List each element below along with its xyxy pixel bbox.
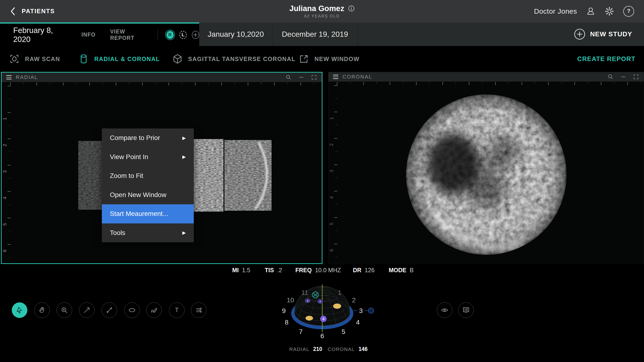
mode-label: RADIAL & CORONAL [94, 56, 160, 62]
menu-item-zoom-to-fit[interactable]: Zoom to Fit [102, 166, 194, 186]
mode-radial-coronal[interactable]: RADIAL & CORONAL [78, 46, 160, 72]
mode-sagittal-transverse-coronal[interactable]: SAGITTAL TANSVERSE CORONAL [172, 46, 296, 72]
ruler-number: 2 [2, 143, 7, 148]
vertical-ruler [7, 86, 10, 262]
annotations-button[interactable] [458, 302, 474, 318]
mode-new-window[interactable]: NEW WINDOW [298, 46, 360, 72]
study-tabs-row: February 8, 2020 INFO VIEW REPORT R L Ja… [0, 22, 644, 46]
ruler-number: 5 [329, 222, 334, 226]
mode-label: RAW SCAN [25, 56, 60, 62]
coronal-ultrasound-image [405, 93, 568, 256]
menu-item-open-new-window[interactable]: Open New Window [102, 186, 194, 204]
ruler-number: 6 [2, 248, 7, 253]
mode-raw-scan[interactable]: RAW SCAN [9, 46, 60, 72]
submenu-arrow-icon: ▶ [182, 230, 186, 236]
ruler-number: 5 [2, 222, 7, 227]
clock-number: 11 [301, 289, 308, 296]
pan-tool-button[interactable] [34, 302, 50, 318]
status-value: 1.5 [242, 267, 250, 274]
menu-item-tools[interactable]: Tools ▶ [102, 224, 194, 242]
zoom-out-icon[interactable] [298, 74, 304, 80]
study-tab[interactable]: December 19, 2019 [272, 22, 357, 46]
study-tab[interactable]: January 10,2020 [199, 22, 272, 46]
ruler-number: 6 [329, 248, 334, 253]
zoom-in-icon[interactable] [608, 74, 614, 80]
cylinder-icon [78, 54, 89, 64]
adjustments-tool-button[interactable] [191, 302, 206, 318]
yellow-marker[interactable] [306, 316, 313, 320]
app: PATIENTS Juliana Gomez 62 YEARS OLD Doct… [0, 0, 644, 362]
new-study-button[interactable]: NEW STUDY [574, 22, 632, 46]
study-tab-active[interactable]: February 8, 2020 INFO VIEW REPORT R L [0, 22, 199, 46]
patient-info-icon[interactable] [348, 5, 354, 12]
marker-label: 4 [307, 299, 308, 302]
right-eye-button[interactable]: R [166, 31, 174, 39]
add-eye-button[interactable] [192, 31, 199, 39]
text-tool-button[interactable]: T [169, 302, 184, 318]
create-report-button[interactable]: CREATE REPORT [577, 46, 636, 72]
magnifier-plus-icon [60, 306, 68, 314]
clock-number: 4 [356, 319, 360, 326]
panel-menu-icon[interactable] [333, 75, 338, 79]
coronal-panel-header: CORONAL [328, 72, 644, 82]
zoom-tool-button[interactable] [56, 302, 72, 318]
status-value: 10.0 MHZ [315, 267, 341, 274]
caliper-icon [106, 306, 113, 314]
divider [158, 29, 158, 41]
zoom-in-icon[interactable] [286, 74, 292, 80]
yellow-marker[interactable] [333, 304, 341, 309]
menu-item-start-measurement[interactable]: Start Meaurement... [102, 204, 194, 224]
panel-menu-icon[interactable] [6, 75, 12, 80]
eye-icon [440, 306, 448, 314]
settings-gear-icon[interactable] [604, 6, 614, 16]
clock-number: 10 [287, 296, 294, 304]
ruler-number: 4 [329, 195, 334, 200]
ruler-number: 1 [329, 116, 334, 121]
study-date: February 8, 2020 [13, 26, 67, 44]
probe-orientation-dome[interactable]: 4 3 4 11 1 10 2 9 3 8 4 7 5 6 [278, 284, 380, 343]
status-tis: TIS .2 [265, 265, 282, 275]
back-button[interactable]: PATIENTS [10, 0, 55, 22]
left-eye-button[interactable]: L [180, 31, 187, 39]
freehand-tool-button[interactable] [146, 302, 162, 318]
raw-scan-icon [9, 54, 20, 64]
clock-number: 8 [285, 319, 288, 326]
measure-tool-button[interactable] [102, 302, 117, 318]
submenu-arrow-icon: ▶ [182, 135, 186, 141]
menu-item-label: Zoom to Fit [110, 172, 143, 180]
user-icon[interactable] [586, 6, 596, 16]
top-bar: PATIENTS Juliana Gomez 62 YEARS OLD Doct… [0, 0, 644, 22]
doctor-name[interactable]: Doctor Jones [534, 7, 577, 15]
coronal-panel[interactable]: CORONAL 1 2 3 4 5 6 [328, 72, 644, 264]
cube-icon [172, 54, 183, 64]
arrow-tool-button[interactable] [79, 302, 94, 318]
fullscreen-icon[interactable] [633, 74, 639, 80]
ruler-number: 4 [2, 196, 7, 200]
menu-item-label: Start Meaurement... [110, 210, 168, 218]
menu-item-view-point-in[interactable]: View Point In ▶ [102, 148, 194, 166]
ellipse-tool-button[interactable] [124, 302, 140, 318]
clock-number: 2 [352, 296, 356, 304]
panel-title: RADIAL [16, 74, 38, 80]
fullscreen-icon[interactable] [311, 74, 317, 80]
menu-item-label: View Point In [110, 153, 148, 161]
menu-item-compare-to-prior[interactable]: Compare to Prior ▶ [102, 128, 194, 148]
coronal-readout: CORONAL 146 [328, 346, 368, 352]
plus-icon [193, 32, 198, 37]
top-bar-right: Doctor Jones ? [534, 0, 634, 22]
zoom-out-icon[interactable] [620, 74, 626, 80]
study-date: December 19, 2019 [282, 30, 348, 39]
visibility-button[interactable] [437, 302, 452, 318]
readout-value: 210 [313, 346, 322, 352]
help-icon[interactable]: ? [623, 6, 634, 17]
view-report-button[interactable]: VIEW REPORT [110, 28, 147, 41]
hand-icon [38, 306, 46, 314]
rotation-handle[interactable] [368, 308, 374, 314]
clock-number: 6 [320, 332, 324, 340]
info-button[interactable]: INFO [82, 32, 96, 38]
patient-header: Juliana Gomez 62 YEARS OLD [290, 0, 355, 22]
marker-label: 3 [320, 300, 321, 303]
pointer-tool-button[interactable] [12, 302, 27, 318]
ellipse-icon [128, 306, 136, 314]
ruler-number: 2 [329, 142, 334, 147]
